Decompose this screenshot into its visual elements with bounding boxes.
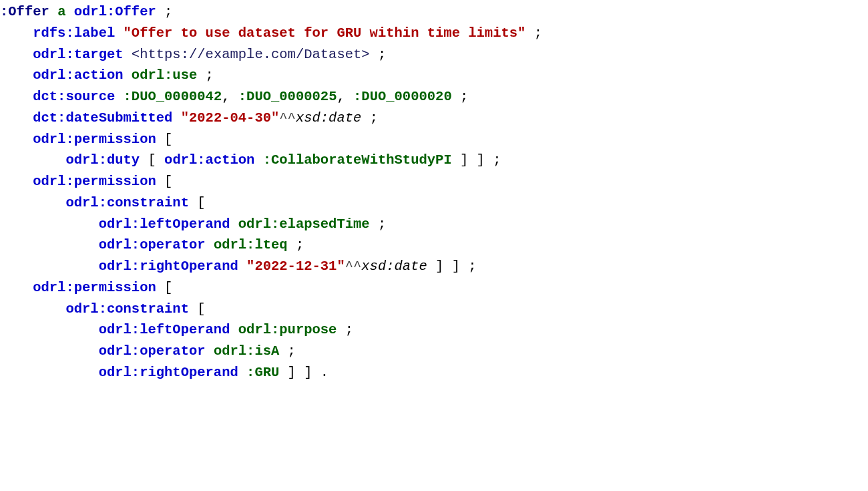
punct: , xyxy=(222,89,230,104)
predicate: odrl:operator xyxy=(99,343,206,359)
object: :CollaborateWithStudyPI xyxy=(263,152,452,168)
punct: ; xyxy=(288,343,296,359)
line: odrl:permission [ xyxy=(33,132,172,147)
predicate: odrl:leftOperand xyxy=(99,322,230,337)
object: odrl:isA xyxy=(214,343,279,359)
predicate: odrl:permission xyxy=(33,280,156,295)
punct: , xyxy=(337,89,345,104)
string: "2022-04-30" xyxy=(181,110,280,126)
line: odrl:rightOperand "2022-12-31"^^xsd:date… xyxy=(99,259,477,274)
punct: ; xyxy=(378,216,386,232)
keyword-a: a xyxy=(57,4,65,19)
subject: :Offer xyxy=(0,4,49,19)
line: odrl:leftOperand odrl:purpose ; xyxy=(99,322,353,337)
predicate: odrl:operator xyxy=(99,237,206,253)
predicate: dct:dateSubmitted xyxy=(33,110,172,126)
class: odrl:Offer xyxy=(74,4,156,19)
punct: [ xyxy=(164,132,172,147)
line: odrl:constraint [ xyxy=(65,301,205,317)
punct: ; xyxy=(206,67,214,83)
punct: ; xyxy=(378,47,386,62)
object: odrl:purpose xyxy=(238,322,337,337)
line: odrl:operator odrl:isA ; xyxy=(99,343,296,359)
uri: <https://example.com/Dataset> xyxy=(132,47,370,62)
punct: [ xyxy=(164,280,172,295)
object: :DUO_0000042 xyxy=(124,89,222,104)
object: odrl:elapsedTime xyxy=(238,216,370,232)
object: odrl:lteq xyxy=(214,237,288,253)
string: "2022-12-31" xyxy=(246,259,345,274)
predicate: odrl:permission xyxy=(33,174,156,189)
punct: ; xyxy=(534,25,542,41)
predicate: odrl:constraint xyxy=(65,195,189,210)
line: :Offer a odrl:Offer ; xyxy=(0,4,172,19)
line: odrl:permission [ xyxy=(33,280,172,295)
punct: ; xyxy=(164,4,172,19)
line: odrl:rightOperand :GRU ] ] . xyxy=(99,365,329,380)
predicate: odrl:constraint xyxy=(65,301,189,317)
object: :DUO_0000025 xyxy=(238,89,337,104)
string: "Offer to use dataset for GRU within tim… xyxy=(124,25,526,41)
punct: [ xyxy=(148,152,156,168)
line: dct:dateSubmitted "2022-04-30"^^xsd:date… xyxy=(33,110,378,126)
line: odrl:permission [ xyxy=(33,174,172,189)
line: odrl:leftOperand odrl:elapsedTime ; xyxy=(99,216,387,232)
predicate: odrl:action xyxy=(164,152,254,168)
line: odrl:action odrl:use ; xyxy=(33,67,214,83)
predicate: odrl:rightOperand xyxy=(99,259,238,274)
datatype-caret: ^^ xyxy=(345,259,362,274)
object: :DUO_0000020 xyxy=(353,89,452,104)
predicate: odrl:permission xyxy=(33,132,156,147)
punct: ; xyxy=(345,322,353,337)
datatype-caret: ^^ xyxy=(279,110,296,126)
punct: ; xyxy=(460,89,468,104)
line: odrl:target <https://example.com/Dataset… xyxy=(33,47,386,62)
predicate: odrl:leftOperand xyxy=(99,216,230,232)
punct: ; xyxy=(296,237,304,253)
object: :GRU xyxy=(246,365,279,380)
punct: ] ] ; xyxy=(435,259,477,274)
punct: [ xyxy=(164,174,172,189)
line: odrl:constraint [ xyxy=(65,195,205,210)
predicate: odrl:rightOperand xyxy=(99,365,238,380)
predicate: odrl:action xyxy=(33,67,123,83)
code-block: :Offer a odrl:Offer ; rdfs:label "Offer … xyxy=(0,0,868,383)
predicate: odrl:target xyxy=(33,47,123,62)
object: odrl:use xyxy=(132,67,197,83)
punct: ] ] . xyxy=(288,365,329,380)
predicate: rdfs:label xyxy=(33,25,115,41)
datatype: xsd:date xyxy=(296,110,361,126)
line: odrl:operator odrl:lteq ; xyxy=(99,237,304,253)
line: dct:source :DUO_0000042, :DUO_0000025, :… xyxy=(33,89,468,104)
punct: ; xyxy=(370,110,378,126)
predicate: odrl:duty xyxy=(65,152,140,168)
line: rdfs:label "Offer to use dataset for GRU… xyxy=(33,25,542,41)
datatype: xsd:date xyxy=(361,259,427,274)
predicate: dct:source xyxy=(33,89,115,104)
line: odrl:duty [ odrl:action :CollaborateWith… xyxy=(65,152,501,168)
punct: [ xyxy=(197,301,205,317)
punct: [ xyxy=(197,195,205,210)
punct: ] ] ; xyxy=(460,152,501,168)
